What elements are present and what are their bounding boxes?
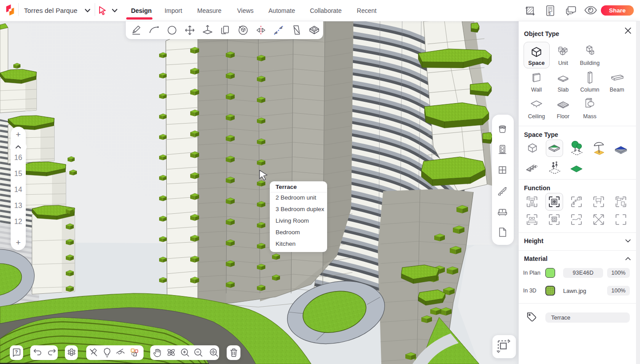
svg-text:$: $ xyxy=(548,11,551,16)
svg-text:?: ? xyxy=(15,349,18,355)
